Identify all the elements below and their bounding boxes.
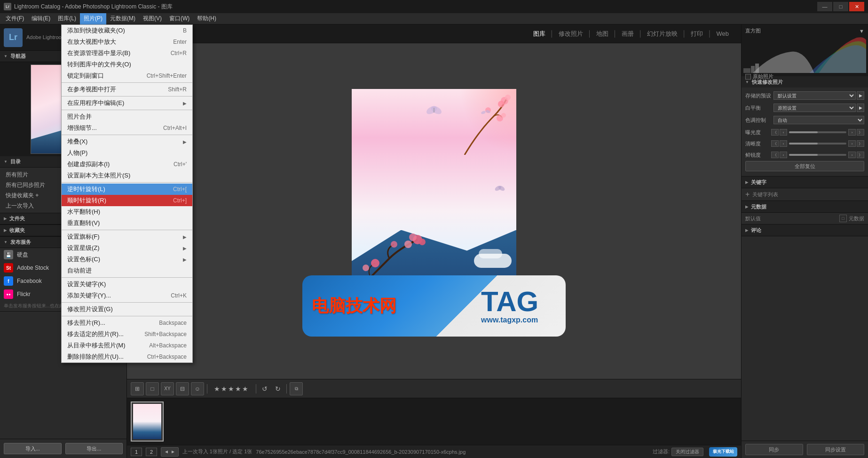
dd-remove-rejected-label: 移去适定的照片(R)... bbox=[67, 330, 124, 338]
dd-lock-shortcut: Ctrl+Shift+Enter bbox=[147, 72, 187, 79]
dd-edit-in-app-label: 在应用程序中编辑(E) bbox=[67, 99, 124, 107]
dd-photo-merge-label: 照片合并 bbox=[67, 112, 92, 121]
dd-sep-3 bbox=[62, 110, 192, 110]
dd-stack-arrow: ▶ bbox=[183, 139, 187, 145]
dd-virtual-copy-label: 创建虚拟副本(I) bbox=[67, 160, 110, 169]
dd-remove-photo[interactable]: 移去照片(R)... Backspace bbox=[62, 317, 192, 329]
dd-enhance-label: 增强细节... bbox=[67, 124, 97, 132]
dd-set-color-arrow: ▶ bbox=[183, 257, 187, 262]
dd-open-reference-shortcut: Shift+R bbox=[168, 86, 187, 93]
dd-sep-9 bbox=[62, 316, 192, 316]
dd-show-explorer-shortcut: Ctrl+R bbox=[171, 50, 187, 56]
dd-set-as-master[interactable]: 设置副本为主体照片(S) bbox=[62, 170, 192, 181]
dd-develop-settings[interactable]: 修改照片设置(G) bbox=[62, 304, 192, 315]
dd-enhance-shortcut: Ctrl+Alt+I bbox=[163, 125, 187, 131]
dd-set-keywords[interactable]: 设置关键字(K) bbox=[62, 279, 192, 290]
dd-goto-folder[interactable]: 转到图库中的文件夹(O) bbox=[62, 59, 192, 70]
dd-sep-6 bbox=[62, 230, 192, 230]
dd-set-as-master-label: 设置副本为主体照片(S) bbox=[67, 171, 130, 180]
dd-set-flag-label: 设置旗标(F) bbox=[67, 233, 100, 241]
dropdown-overlay: 添加到快捷收藏夹(O) B 在放大视图中放大 Enter 在资源管理器中显示(B… bbox=[0, 0, 868, 458]
dd-enlarge[interactable]: 在放大视图中放大 Enter bbox=[62, 36, 192, 48]
dd-auto-advance[interactable]: 自动前进 bbox=[62, 265, 192, 276]
dd-flip-v[interactable]: 垂直翻转(V) bbox=[62, 217, 192, 229]
dd-remove-rejected-shortcut: Shift+Backspace bbox=[144, 331, 187, 337]
dd-enlarge-shortcut: Enter bbox=[173, 39, 187, 45]
dd-set-stars-arrow: ▶ bbox=[183, 246, 187, 251]
dd-delete-excluded-label: 删除排除的照片(U)... bbox=[67, 353, 124, 361]
dd-rotate-ccw[interactable]: 逆时针旋转(L) Ctrl+[ bbox=[62, 184, 192, 195]
dd-open-reference-label: 在参考视图中打开 bbox=[67, 85, 116, 94]
dd-remove-rejected[interactable]: 移去适定的照片(R)... Shift+Backspace bbox=[62, 329, 192, 340]
dd-rotate-cw-label: 顺时针旋转(R) bbox=[67, 196, 106, 205]
dd-open-reference[interactable]: 在参考视图中打开 Shift+R bbox=[62, 84, 192, 95]
dd-remove-from-catalog-label: 从目录中移去照片(M) bbox=[67, 341, 126, 350]
dd-stack[interactable]: 堆叠(X) ▶ bbox=[62, 136, 192, 147]
dd-add-keywords[interactable]: 添加关键字(Y)... Ctrl+K bbox=[62, 290, 192, 301]
dd-set-stars-label: 设置星级(Z) bbox=[67, 244, 100, 252]
dd-add-quick[interactable]: 添加到快捷收藏夹(O) B bbox=[62, 25, 192, 36]
dd-add-keywords-shortcut: Ctrl+K bbox=[171, 292, 187, 299]
dd-enhance[interactable]: 增强细节... Ctrl+Alt+I bbox=[62, 122, 192, 134]
dd-add-quick-shortcut: B bbox=[183, 27, 187, 34]
dd-sep-4 bbox=[62, 135, 192, 135]
dd-delete-excluded[interactable]: 删除排除的照片(U)... Ctrl+Backspace bbox=[62, 351, 192, 362]
dd-sep-8 bbox=[62, 302, 192, 303]
dd-remove-from-catalog[interactable]: 从目录中移去照片(M) Alt+Backspace bbox=[62, 340, 192, 351]
dd-set-flag-arrow: ▶ bbox=[183, 234, 187, 240]
dd-rotate-ccw-shortcut: Ctrl+[ bbox=[173, 186, 187, 193]
dd-sep-2 bbox=[62, 96, 192, 96]
dd-edit-in-app-arrow: ▶ bbox=[183, 101, 187, 106]
dd-develop-settings-label: 修改照片设置(G) bbox=[67, 305, 113, 313]
dd-photo-merge[interactable]: 照片合并 bbox=[62, 111, 192, 122]
dd-rotate-cw-shortcut: Ctrl+] bbox=[173, 197, 187, 204]
dd-remove-photo-shortcut: Backspace bbox=[159, 320, 187, 326]
dd-show-explorer-label: 在资源管理器中显示(B) bbox=[67, 49, 130, 57]
dd-lock-secondary-label: 锁定到副窗口 bbox=[67, 72, 104, 80]
dd-people[interactable]: 人物(P) bbox=[62, 147, 192, 159]
dd-rotate-cw[interactable]: 顺时针旋转(R) Ctrl+] bbox=[62, 195, 192, 206]
dd-remove-from-catalog-shortcut: Alt+Backspace bbox=[149, 342, 187, 349]
dd-flip-h-label: 水平翻转(H) bbox=[67, 208, 100, 216]
dd-sep-5 bbox=[62, 182, 192, 183]
dd-auto-advance-label: 自动前进 bbox=[67, 266, 92, 275]
dd-virtual-copy[interactable]: 创建虚拟副本(I) Ctrl+' bbox=[62, 159, 192, 170]
dd-set-color[interactable]: 设置色标(C) ▶ bbox=[62, 254, 192, 265]
dd-edit-in-app[interactable]: 在应用程序中编辑(E) ▶ bbox=[62, 97, 192, 109]
dd-people-label: 人物(P) bbox=[67, 149, 87, 157]
dd-lock-secondary[interactable]: 锁定到副窗口 Ctrl+Shift+Enter bbox=[62, 70, 192, 81]
dd-set-color-label: 设置色标(C) bbox=[67, 255, 100, 264]
dd-show-explorer[interactable]: 在资源管理器中显示(B) Ctrl+R bbox=[62, 48, 192, 59]
dd-set-stars[interactable]: 设置星级(Z) ▶ bbox=[62, 242, 192, 254]
dd-set-keywords-label: 设置关键字(K) bbox=[67, 280, 106, 289]
dd-enlarge-label: 在放大视图中放大 bbox=[67, 38, 116, 46]
photo-menu-dropdown: 添加到快捷收藏夹(O) B 在放大视图中放大 Enter 在资源管理器中显示(B… bbox=[61, 24, 193, 363]
dd-delete-excluded-shortcut: Ctrl+Backspace bbox=[147, 354, 187, 360]
dd-rotate-ccw-label: 逆时针旋转(L) bbox=[67, 185, 105, 193]
dd-flip-v-label: 垂直翻转(V) bbox=[67, 219, 100, 227]
dd-stack-label: 堆叠(X) bbox=[67, 137, 87, 146]
dd-add-keywords-label: 添加关键字(Y)... bbox=[67, 291, 111, 300]
dd-virtual-copy-shortcut: Ctrl+' bbox=[174, 161, 187, 168]
dd-sep-1 bbox=[62, 82, 192, 83]
dd-set-flag[interactable]: 设置旗标(F) ▶ bbox=[62, 231, 192, 242]
dd-remove-photo-label: 移去照片(R)... bbox=[67, 319, 105, 327]
dd-goto-folder-label: 转到图库中的文件夹(O) bbox=[67, 60, 131, 69]
dd-flip-h[interactable]: 水平翻转(H) bbox=[62, 206, 192, 217]
dd-add-quick-label: 添加到快捷收藏夹(O) bbox=[67, 26, 125, 35]
dd-sep-7 bbox=[62, 277, 192, 278]
